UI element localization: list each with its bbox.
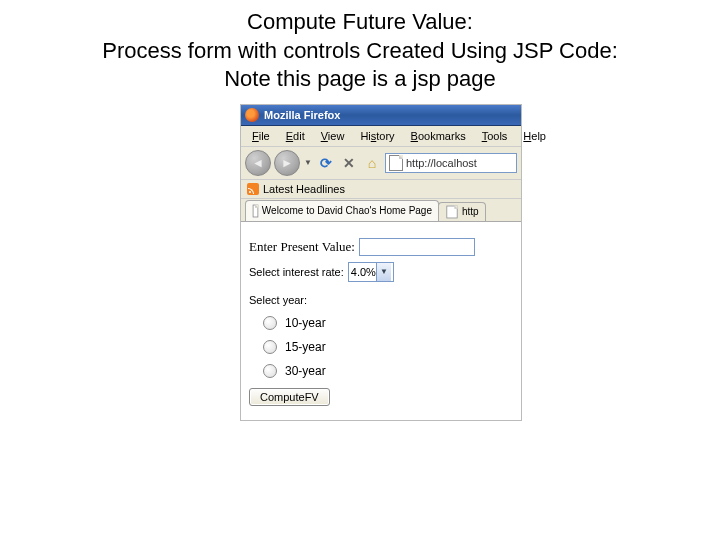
- bookmarks-toolbar: Latest Headlines: [241, 180, 521, 199]
- menubar: File Edit View History Bookmarks Tools H…: [241, 126, 521, 147]
- row-year-label: Select year:: [249, 294, 513, 306]
- radio-icon: [263, 364, 277, 378]
- menu-view[interactable]: View: [314, 128, 352, 144]
- row-rate: Select interest rate: 4.0% ▼: [249, 262, 513, 282]
- back-button[interactable]: ◄: [245, 150, 271, 176]
- titlebar: Mozilla Firefox: [241, 105, 521, 126]
- menu-file[interactable]: File: [245, 128, 277, 144]
- tab-bar: Welcome to David Chao's Home Page http: [241, 199, 521, 222]
- menu-help[interactable]: Help: [516, 128, 553, 144]
- radio-icon: [263, 316, 277, 330]
- reload-icon[interactable]: ⟳: [316, 153, 336, 173]
- menu-tools[interactable]: Tools: [475, 128, 515, 144]
- rate-select[interactable]: 4.0% ▼: [348, 262, 394, 282]
- window-title: Mozilla Firefox: [264, 109, 340, 121]
- menu-edit[interactable]: Edit: [279, 128, 312, 144]
- menu-history[interactable]: History: [353, 128, 401, 144]
- radio-icon: [263, 340, 277, 354]
- present-value-input[interactable]: [359, 238, 475, 256]
- home-icon[interactable]: ⌂: [362, 153, 382, 173]
- tab-active-label: Welcome to David Chao's Home Page: [262, 205, 432, 216]
- year-radio-group: 10-year 15-year 30-year: [249, 316, 513, 378]
- rate-label: Select interest rate:: [249, 266, 344, 278]
- nav-toolbar: ◄ ► ▼ ⟳ ✕ ⌂ http://localhost: [241, 147, 521, 180]
- tab-active[interactable]: Welcome to David Chao's Home Page: [245, 200, 439, 221]
- page-content: Enter Present Value: Select interest rat…: [241, 222, 521, 420]
- radio-30-year[interactable]: 30-year: [263, 364, 513, 378]
- slide-title-line3: Note this page is a jsp page: [224, 66, 496, 91]
- page-icon: [253, 204, 258, 217]
- forward-button[interactable]: ►: [274, 150, 300, 176]
- radio-15-year[interactable]: 15-year: [263, 340, 513, 354]
- bookmark-latest-headlines[interactable]: Latest Headlines: [263, 183, 345, 195]
- rss-icon: [247, 183, 259, 195]
- row-present-value: Enter Present Value:: [249, 238, 513, 256]
- url-bar[interactable]: http://localhost: [385, 153, 517, 173]
- url-text: http://localhost: [406, 157, 477, 169]
- compute-fv-button[interactable]: ComputeFV: [249, 388, 330, 406]
- slide-title-line2: Process form with controls Created Using…: [102, 38, 618, 63]
- firefox-icon: [245, 108, 259, 122]
- page-icon: [389, 155, 403, 171]
- nav-history-dropdown[interactable]: ▼: [303, 158, 313, 167]
- stop-icon[interactable]: ✕: [339, 153, 359, 173]
- browser-window: Mozilla Firefox File Edit View History B…: [240, 104, 522, 421]
- radio-10-year-label: 10-year: [285, 316, 326, 330]
- year-label: Select year:: [249, 294, 307, 306]
- page-icon: [446, 205, 457, 218]
- menu-bookmarks[interactable]: Bookmarks: [404, 128, 473, 144]
- slide-title: Compute Future Value: Process form with …: [0, 8, 720, 94]
- tab-inactive[interactable]: http: [438, 202, 486, 221]
- rate-selected-value: 4.0%: [351, 266, 376, 278]
- present-value-label: Enter Present Value:: [249, 239, 355, 255]
- radio-15-year-label: 15-year: [285, 340, 326, 354]
- radio-30-year-label: 30-year: [285, 364, 326, 378]
- tab-inactive-label: http: [462, 206, 479, 217]
- chevron-down-icon: ▼: [376, 263, 391, 281]
- radio-10-year[interactable]: 10-year: [263, 316, 513, 330]
- slide-title-line1: Compute Future Value:: [247, 9, 473, 34]
